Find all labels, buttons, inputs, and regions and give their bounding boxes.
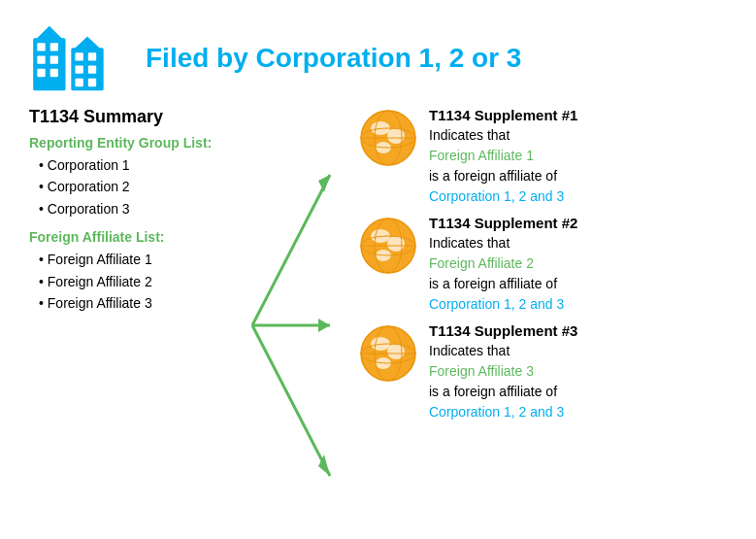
page-title: Filed by Corporation 1, 2 or 3: [146, 43, 521, 74]
svg-rect-3: [37, 56, 45, 64]
list-item: Corporation 2: [39, 176, 243, 197]
list-item: Foreign Affiliate 1: [39, 249, 243, 270]
entity-heading: Reporting Entity Group List:: [29, 135, 243, 151]
svg-rect-2: [50, 43, 58, 51]
svg-marker-19: [318, 319, 330, 332]
list-item: Foreign Affiliate 2: [39, 271, 243, 292]
arrow-diagram: [243, 136, 359, 518]
supplement-3-affiliate: Foreign Affiliate 3: [429, 363, 534, 379]
supplement-2-body: Indicates that Foreign Affiliate 2 is a …: [429, 233, 727, 315]
svg-rect-5: [37, 69, 45, 77]
building-icon: [29, 19, 126, 97]
svg-rect-11: [76, 66, 83, 74]
summary-title: T1134 Summary: [29, 107, 243, 127]
affiliate-heading: Foreign Affiliate List:: [29, 229, 243, 245]
svg-marker-7: [33, 26, 65, 43]
svg-rect-14: [88, 79, 96, 86]
page-container: Filed by Corporation 1, 2 or 3 T1134 Sum…: [0, 0, 756, 539]
supplement-1-affiliate: Foreign Affiliate 1: [429, 148, 534, 163]
arrow-svg: [243, 136, 359, 515]
list-item: Corporation 1: [39, 154, 243, 176]
entity-list: Corporation 1 Corporation 2 Corporation …: [29, 154, 243, 219]
supplement-2-title: T1134 Supplement #2: [429, 215, 727, 231]
right-panel: T1134 Supplement #1 Indicates that Forei…: [359, 107, 727, 430]
globe-icon-3: [359, 324, 417, 383]
svg-rect-10: [88, 52, 96, 60]
svg-marker-15: [71, 37, 103, 52]
affiliate-list: Foreign Affiliate 1 Foreign Affiliate 2 …: [29, 249, 243, 314]
supplement-3-corps: Corporation 1, 2 and 3: [429, 404, 564, 420]
supplement-2-affiliate: Foreign Affiliate 2: [429, 255, 534, 271]
supplement-1-row: T1134 Supplement #1 Indicates that Forei…: [359, 107, 727, 207]
left-panel: T1134 Summary Reporting Entity Group Lis…: [29, 107, 243, 323]
svg-rect-13: [76, 79, 83, 86]
supplement-1-title: T1134 Supplement #1: [429, 107, 727, 123]
supplement-1-corps: Corporation 1, 2 and 3: [429, 188, 564, 204]
header: Filed by Corporation 1, 2 or 3: [29, 19, 727, 97]
svg-line-20: [252, 325, 330, 476]
list-item: Corporation 3: [39, 198, 243, 219]
supplement-1-text: T1134 Supplement #1 Indicates that Forei…: [429, 107, 727, 207]
supplement-3-body: Indicates that Foreign Affiliate 3 is a …: [429, 341, 727, 422]
svg-rect-6: [50, 69, 58, 77]
supplement-2-text: T1134 Supplement #2 Indicates that Forei…: [429, 215, 727, 315]
globe-icon-2: [359, 217, 417, 275]
svg-marker-17: [318, 175, 330, 192]
supplement-2-row: T1134 Supplement #2 Indicates that Forei…: [359, 215, 727, 315]
supplement-2-corps: Corporation 1, 2 and 3: [429, 296, 564, 312]
svg-rect-12: [88, 66, 96, 74]
supplement-3-title: T1134 Supplement #3: [429, 322, 727, 339]
svg-rect-1: [37, 43, 45, 51]
supplement-1-body: Indicates that Foreign Affiliate 1 is a …: [429, 125, 727, 207]
svg-rect-4: [50, 56, 58, 64]
supplement-3-text: T1134 Supplement #3 Indicates that Forei…: [429, 322, 727, 422]
supplement-3-row: T1134 Supplement #3 Indicates that Forei…: [359, 322, 727, 422]
main-content: T1134 Summary Reporting Entity Group Lis…: [29, 107, 727, 518]
list-item: Foreign Affiliate 3: [39, 292, 243, 314]
svg-rect-9: [76, 52, 83, 60]
svg-line-16: [252, 175, 330, 325]
globe-icon-1: [359, 109, 417, 167]
